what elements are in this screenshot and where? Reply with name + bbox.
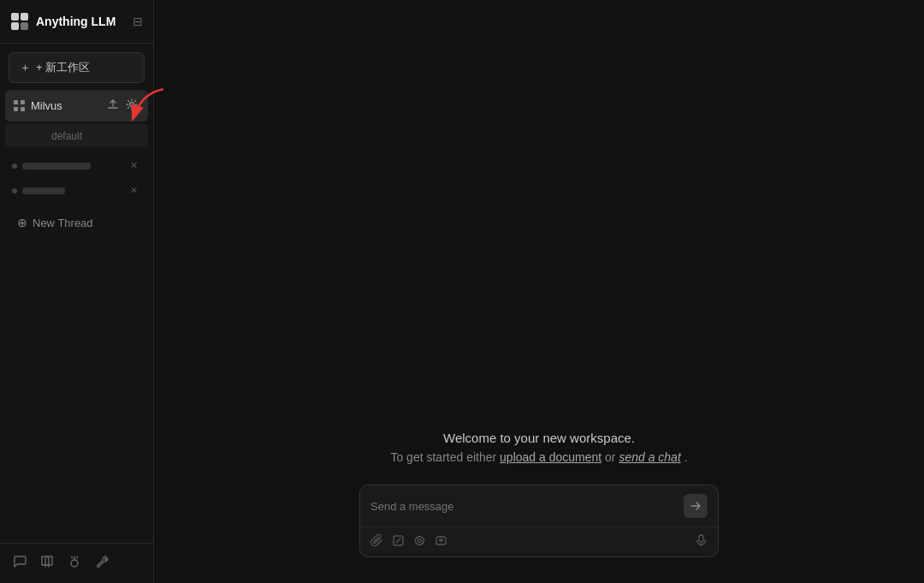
workspace-settings-button[interactable] xyxy=(124,97,139,115)
thread-close-button[interactable]: ✕ xyxy=(127,183,141,198)
thread-dot xyxy=(12,164,17,169)
thread-item-content xyxy=(12,187,127,194)
new-thread-button[interactable]: ⊕ New Thread xyxy=(5,211,148,235)
slash-command-icon[interactable] xyxy=(392,534,405,550)
book-icon[interactable] xyxy=(39,554,55,573)
thread-item[interactable]: ✕ xyxy=(5,154,148,177)
svg-rect-1 xyxy=(21,13,28,21)
workspace-name: Milvus xyxy=(31,99,100,112)
app-title: Anything LLM xyxy=(36,15,126,28)
thread-dot xyxy=(12,188,17,193)
thread-label-placeholder xyxy=(22,187,65,194)
upload-document-link[interactable]: upload a document xyxy=(500,450,601,464)
agent-icon[interactable] xyxy=(435,534,447,550)
workspace-default-container: default xyxy=(5,123,148,147)
welcome-subtitle: To get started either upload a document … xyxy=(390,450,687,464)
thread-item-content xyxy=(12,163,127,170)
svg-rect-11 xyxy=(699,535,703,542)
chat-bubbles-icon[interactable] xyxy=(12,554,27,573)
chat-message-input[interactable] xyxy=(370,500,677,513)
welcome-subtitle-suffix: . xyxy=(684,450,688,464)
workspace-actions xyxy=(105,97,139,115)
svg-point-9 xyxy=(418,539,422,543)
main-content-area: Welcome to your new workspace. To get st… xyxy=(154,0,924,583)
welcome-subtitle-prefix: To get started either xyxy=(390,450,500,464)
chat-toolbar-left xyxy=(370,534,447,550)
svg-point-5 xyxy=(71,560,78,567)
microphone-icon[interactable] xyxy=(695,534,708,550)
thread-close-button[interactable]: ✕ xyxy=(127,158,141,173)
workspace-item-milvus[interactable]: Milvus xyxy=(5,90,148,122)
app-logo xyxy=(10,12,29,31)
mention-icon[interactable] xyxy=(413,534,426,550)
sidebar-header: Anything LLM ⊟ xyxy=(0,0,153,44)
welcome-title: Welcome to your new workspace. xyxy=(390,431,687,445)
sidebar-toggle-button[interactable]: ⊟ xyxy=(133,15,143,28)
wrench-icon[interactable] xyxy=(94,554,110,573)
chat-input-area xyxy=(359,485,719,557)
svg-rect-2 xyxy=(11,22,19,30)
plug-icon[interactable] xyxy=(67,554,82,573)
sidebar: Anything LLM ⊟ ＋ + 新工作区 Milvus xyxy=(0,0,154,583)
welcome-subtitle-mid: or xyxy=(605,450,619,464)
welcome-section: Welcome to your new workspace. To get st… xyxy=(390,431,687,464)
thread-label-placeholder xyxy=(22,163,91,170)
workspace-upload-button[interactable] xyxy=(105,97,121,115)
sidebar-footer xyxy=(0,543,153,583)
plus-icon: ＋ xyxy=(20,60,31,75)
new-workspace-button[interactable]: ＋ + 新工作区 xyxy=(9,52,145,83)
thread-list: ✕ ✕ xyxy=(0,151,153,207)
attach-file-icon[interactable] xyxy=(370,534,383,550)
workspace-grid-icon xyxy=(14,100,26,112)
chat-input-row xyxy=(360,485,718,526)
thread-item[interactable]: ✕ xyxy=(5,179,148,202)
plus-circle-icon: ⊕ xyxy=(17,216,27,229)
svg-point-4 xyxy=(130,103,134,107)
svg-rect-0 xyxy=(11,13,19,21)
svg-rect-3 xyxy=(21,22,28,30)
chat-toolbar xyxy=(360,526,718,556)
main-content: Welcome to your new workspace. To get st… xyxy=(154,0,924,583)
send-chat-link[interactable]: send a chat xyxy=(619,450,680,464)
workspace-default-label: default xyxy=(27,127,91,146)
new-thread-label: New Thread xyxy=(33,217,93,229)
send-message-button[interactable] xyxy=(684,494,708,518)
